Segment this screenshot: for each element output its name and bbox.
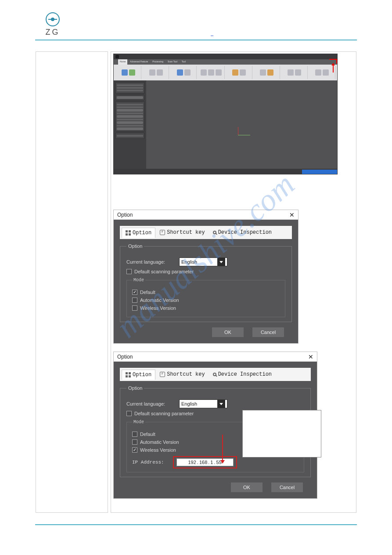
ip-highlight-box: 192. 168. 1. 55 — [173, 456, 237, 468]
checkbox-icon — [126, 411, 132, 416]
language-value: English — [181, 259, 197, 265]
option-dialog-1: Option ✕ Option Shortcut key Device Insp… — [113, 210, 298, 344]
ip-address-input[interactable]: 192. 168. 1. 55 — [176, 458, 234, 466]
close-icon[interactable]: ✕ — [308, 353, 313, 360]
ribbon-icon[interactable] — [122, 69, 128, 76]
ribbon-icon[interactable] — [315, 69, 321, 76]
checkbox-icon — [132, 432, 137, 437]
default-scan-label: Default scanning parameter — [134, 269, 194, 274]
ip-address-label: IP Address: — [132, 460, 164, 465]
language-select[interactable]: English — [179, 399, 227, 408]
close-icon[interactable]: ✕ — [289, 211, 295, 218]
red-arrow-icon — [333, 65, 334, 73]
app-screenshot: Home Advanced Feature Processing Scan To… — [113, 54, 338, 174]
app-3d-viewport[interactable] — [146, 80, 337, 174]
app-logo-icon — [115, 55, 119, 58]
ribbon-icon[interactable] — [177, 69, 183, 76]
tab-option-label: Option — [133, 230, 151, 236]
ribbon-icon[interactable] — [129, 69, 135, 76]
ribbon-icon[interactable] — [208, 69, 214, 76]
ribbon-icon[interactable] — [267, 69, 273, 76]
mode-wireless-checkbox[interactable]: Wireless Version — [132, 447, 176, 453]
app-tab-processing[interactable]: Processing — [151, 59, 165, 65]
ok-button[interactable]: OK — [231, 482, 263, 492]
app-side-panel — [114, 80, 146, 174]
dialog-titlebar: Option ✕ — [114, 210, 298, 220]
dialog-tabstrip: Option Shortcut key Device Inspection — [120, 226, 292, 239]
tab-shortcut-label: Shortcut key — [167, 371, 205, 377]
ribbon-icon[interactable] — [232, 69, 238, 76]
mode-automatic-label: Automatic Version — [140, 297, 179, 303]
manual-right-column: Home Advanced Feature Processing Scan To… — [111, 51, 356, 513]
annotation-callout — [242, 410, 321, 457]
app-ribbon — [114, 65, 337, 80]
chevron-down-icon — [217, 400, 225, 408]
default-scan-checkbox[interactable]: Default scanning parameter — [126, 269, 194, 274]
tab-device-label: Device Inspection — [218, 371, 272, 377]
mode-default-checkbox[interactable]: Default — [132, 432, 155, 437]
mode-default-checkbox[interactable]: Default — [132, 290, 155, 295]
chevron-down-icon — [217, 258, 225, 266]
option-legend: Option — [126, 385, 144, 391]
app-tab-home[interactable]: Home — [118, 59, 127, 65]
tab-option-label: Option — [133, 372, 151, 378]
app-titlebar — [114, 54, 337, 59]
checkbox-icon — [132, 305, 137, 311]
option-fieldset: Option Current language: English Default… — [120, 243, 292, 322]
language-value: English — [181, 401, 197, 406]
mode-wireless-label: Wireless Version — [140, 305, 176, 311]
tab-device-inspection[interactable]: Device Inspection — [209, 370, 275, 379]
tab-shortcut-key[interactable]: Shortcut key — [156, 370, 208, 379]
dialog-title: Option — [117, 354, 133, 360]
ribbon-icon[interactable] — [157, 69, 163, 76]
cancel-button[interactable]: Cancel — [271, 482, 303, 492]
ribbon-icon[interactable] — [288, 69, 294, 76]
ribbon-icon[interactable] — [201, 69, 207, 76]
magnifier-icon — [213, 373, 216, 376]
language-select[interactable]: English — [179, 258, 227, 266]
grid-icon — [126, 372, 131, 377]
keyboard-icon — [160, 230, 165, 235]
ribbon-icon[interactable] — [260, 69, 266, 76]
checkbox-icon — [132, 439, 137, 445]
app-statusbar — [114, 169, 337, 174]
mode-wireless-checkbox[interactable]: Wireless Version — [132, 305, 176, 311]
grid-icon — [126, 230, 131, 236]
ribbon-icon[interactable] — [323, 69, 329, 76]
ribbon-icon[interactable] — [149, 69, 155, 76]
tab-device-label: Device Inspection — [218, 229, 272, 236]
app-tab-advanced[interactable]: Advanced Feature — [128, 59, 150, 65]
ribbon-icon[interactable] — [295, 69, 301, 76]
mode-automatic-checkbox[interactable]: Automatic Version — [132, 439, 179, 445]
tab-option[interactable]: Option — [122, 228, 155, 238]
ribbon-icon[interactable] — [184, 69, 191, 76]
language-label: Current language: — [126, 259, 179, 265]
ok-button[interactable]: OK — [212, 327, 244, 337]
cancel-button[interactable]: Cancel — [252, 327, 284, 337]
language-label: Current language: — [126, 401, 179, 406]
mode-fieldset: Mode Default Automatic Version Wireless … — [126, 278, 285, 317]
ip-octet-3: 1 — [210, 460, 213, 465]
app-tab-tool[interactable]: Tool — [180, 59, 187, 65]
mode-automatic-checkbox[interactable]: Automatic Version — [132, 297, 179, 303]
mode-automatic-label: Automatic Version — [140, 439, 179, 445]
header-link[interactable] — [211, 35, 213, 36]
default-scan-checkbox[interactable]: Default scanning parameter — [126, 411, 194, 416]
tab-option[interactable]: Option — [122, 370, 155, 380]
manual-left-column — [36, 51, 108, 513]
tab-shortcut-label: Shortcut key — [167, 229, 205, 236]
page-header: ZG — [0, 0, 392, 37]
tab-shortcut-key[interactable]: Shortcut key — [156, 228, 208, 237]
ribbon-icon[interactable] — [216, 69, 222, 76]
app-menu-tabs: Home Advanced Feature Processing Scan To… — [114, 59, 337, 65]
checkbox-icon — [132, 447, 137, 453]
red-arrow-icon — [222, 435, 223, 461]
ribbon-icon[interactable] — [240, 69, 246, 76]
mode-legend: Mode — [132, 278, 145, 283]
mode-wireless-label: Wireless Version — [140, 447, 176, 453]
tab-device-inspection[interactable]: Device Inspection — [209, 228, 275, 237]
brand-logo: ZG — [44, 12, 61, 37]
option-dialog-2: Option ✕ Option Shortcut key Device Insp… — [113, 352, 317, 499]
horizontal-rule-bottom — [35, 524, 357, 525]
app-tab-scantool[interactable]: Scan Tool — [166, 59, 179, 65]
